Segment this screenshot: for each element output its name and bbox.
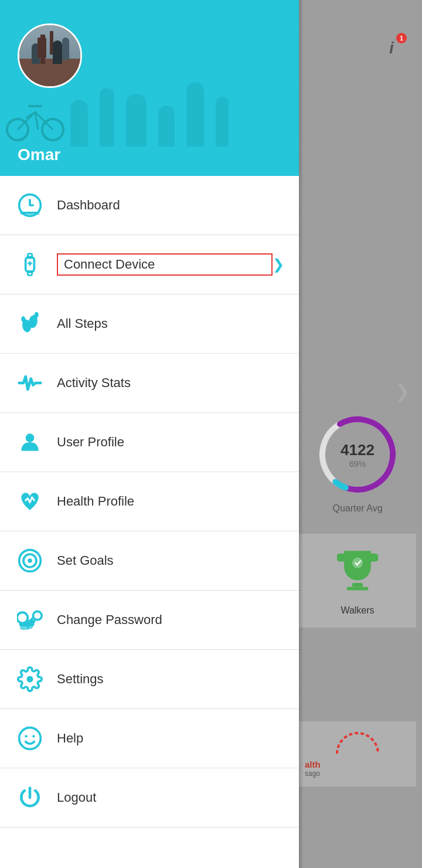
svg-rect-15 xyxy=(28,271,32,275)
sidebar-item-label-all-steps: All Steps xyxy=(57,316,284,331)
svg-rect-4 xyxy=(347,587,369,591)
health-ago: sago xyxy=(305,769,410,778)
sidebar-item-activity-stats[interactable]: Activity Stats xyxy=(0,354,299,413)
sidebar-item-label-settings: Settings xyxy=(57,672,284,687)
gear-icon xyxy=(15,664,45,694)
svg-rect-14 xyxy=(28,254,32,258)
heart-pulse-icon xyxy=(15,486,45,517)
quarter-avg-section: 4122 69% Quarter Avg xyxy=(299,411,416,514)
svg-point-25 xyxy=(28,558,32,562)
trophy-icon xyxy=(337,545,378,601)
sidebar-item-settings[interactable]: Settings xyxy=(0,650,299,709)
sidebar-item-label-activity-stats: Activity Stats xyxy=(57,375,284,391)
svg-rect-11 xyxy=(21,212,40,214)
sidebar-item-dashboard[interactable]: Dashboard xyxy=(0,176,299,235)
key-icon xyxy=(15,605,45,635)
right-chevron-icon[interactable]: ❯ xyxy=(394,380,410,402)
health-arc xyxy=(305,730,410,757)
drawer-menu: Dashboard Connect Device ❯ xyxy=(0,176,299,868)
sidebar-item-help[interactable]: Help xyxy=(0,709,299,768)
chevron-right-icon: ❯ xyxy=(273,256,284,273)
info-badge: 1 xyxy=(396,33,407,43)
sidebar-item-health-profile[interactable]: Health Profile xyxy=(0,472,299,531)
avatar-photo xyxy=(19,25,80,86)
drawer-header: Omar xyxy=(0,0,299,176)
user-name: Omar xyxy=(18,145,60,164)
sidebar-item-label-change-password: Change Password xyxy=(57,612,284,628)
svg-point-30 xyxy=(33,611,42,620)
info-icon-container: i 1 xyxy=(379,35,404,61)
clock-icon xyxy=(15,190,45,221)
sidebar-item-label-set-goals: Set Goals xyxy=(57,553,284,568)
sidebar-item-label-connect-device: Connect Device xyxy=(57,253,273,276)
sidebar-item-label-health-profile: Health Profile xyxy=(57,494,284,509)
silhouette-group xyxy=(70,59,299,147)
avatar xyxy=(18,23,82,88)
svg-point-5 xyxy=(352,558,363,568)
target-icon xyxy=(15,545,45,576)
health-label: alth xyxy=(305,760,410,769)
quarter-avg-number: 4122 xyxy=(341,441,375,459)
sidebar-item-connect-device[interactable]: Connect Device ❯ xyxy=(0,235,299,294)
footprint-icon xyxy=(15,308,45,339)
sidebar-item-change-password[interactable]: Change Password xyxy=(0,591,299,650)
svg-rect-3 xyxy=(352,583,363,587)
svg-point-37 xyxy=(32,735,35,737)
quarter-avg-chart: 4122 69% xyxy=(314,411,401,499)
pulse-icon xyxy=(15,368,45,398)
help-face-icon xyxy=(15,723,45,754)
svg-point-35 xyxy=(19,728,41,750)
sidebar-item-user-profile[interactable]: User Profile xyxy=(0,413,299,472)
sidebar-item-label-logout: Logout xyxy=(57,790,284,805)
svg-point-29 xyxy=(17,612,28,623)
sidebar-item-all-steps[interactable]: All Steps xyxy=(0,294,299,354)
sidebar-item-label-help: Help xyxy=(57,731,284,746)
quarter-avg-center: 4122 69% xyxy=(341,441,375,469)
navigation-drawer: Omar Dashboard xyxy=(0,0,299,868)
trophy-section: Walkers xyxy=(299,534,416,628)
sidebar-item-logout[interactable]: Logout xyxy=(0,768,299,828)
power-icon xyxy=(15,782,45,813)
health-section: alth sago xyxy=(299,721,416,786)
trophy-label: Walkers xyxy=(341,605,374,616)
info-letter: i xyxy=(389,39,394,57)
sidebar-item-set-goals[interactable]: Set Goals xyxy=(0,531,299,591)
svg-rect-12 xyxy=(21,214,40,215)
sidebar-item-label-user-profile: User Profile xyxy=(57,435,284,450)
svg-rect-10 xyxy=(29,204,34,206)
svg-point-34 xyxy=(27,676,33,683)
sidebar-item-label-dashboard: Dashboard xyxy=(57,198,284,213)
watch-icon xyxy=(15,249,45,280)
svg-point-22 xyxy=(26,433,35,442)
info-icon[interactable]: i 1 xyxy=(379,35,404,61)
person-icon xyxy=(15,427,45,457)
quarter-avg-percent: 69% xyxy=(341,459,375,469)
svg-point-36 xyxy=(25,735,27,737)
